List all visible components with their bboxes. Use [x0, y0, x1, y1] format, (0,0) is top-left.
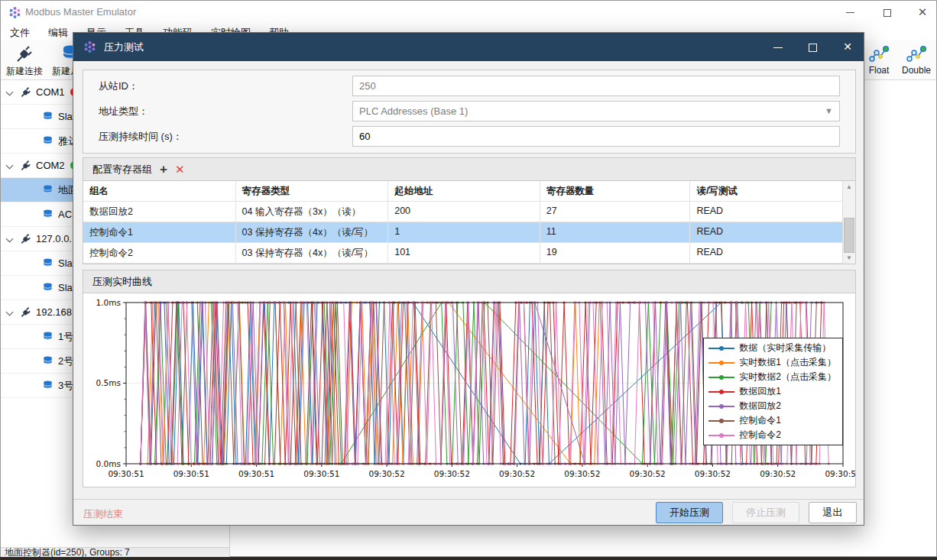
status-bar: 地面控制器(id=250), Groups: 7	[1, 547, 230, 558]
plug-icon	[20, 233, 31, 244]
scroll-up-icon[interactable]: ▲	[843, 181, 855, 193]
stop-test-button[interactable]: 停止压测	[732, 502, 799, 523]
window-maximize-button[interactable]	[874, 1, 900, 24]
dialog-close-button[interactable]: ✕	[832, 33, 863, 61]
table-row[interactable]: 控制命令2 03 保持寄存器（4x）（读/写） 101 19 READ	[83, 243, 842, 264]
menu-edit[interactable]: 编辑	[39, 24, 77, 42]
register-groups-title: 配置寄存器组	[92, 163, 152, 176]
test-status-text: 压测结束	[83, 507, 123, 521]
database-icon	[42, 257, 53, 269]
realtime-curve-panel: 压测实时曲线 09:30:5109:30:5109:30:5109:30:510…	[83, 270, 856, 487]
svg-text:09:30:52: 09:30:52	[369, 469, 405, 478]
plug-icon	[2, 44, 47, 65]
slave-id-label: 从站ID：	[99, 79, 138, 93]
table-header-row: 组名 寄存器类型 起始地址 寄存器数量 读/写测试	[83, 181, 842, 202]
chart-legend: 数据（实时采集传输） 实时数据1（点击采集） 实时数据2（点击采集） 数据回放1…	[703, 338, 843, 445]
legend-line-sample	[708, 345, 734, 352]
legend-item: 数据（实时采集传输）	[708, 341, 836, 355]
register-groups-table: 组名 寄存器类型 起始地址 寄存器数量 读/写测试 数据回放2 04 输入寄存器…	[83, 181, 842, 264]
legend-item: 控制命令1	[708, 413, 836, 428]
legend-label: 实时数据2（点击采集）	[739, 371, 836, 384]
svg-text:09:30:51: 09:30:51	[108, 469, 144, 478]
svg-text:09:30:52: 09:30:52	[825, 469, 855, 478]
legend-line-sample	[708, 403, 734, 410]
app-logo-icon	[8, 6, 21, 19]
add-group-button[interactable]: +	[160, 163, 167, 176]
delete-group-button[interactable]: ✕	[175, 163, 185, 175]
svg-text:1.0ms: 1.0ms	[96, 298, 121, 307]
chevron-down-icon[interactable]	[7, 309, 14, 316]
register-groups-panel: 配置寄存器组 + ✕ 组名 寄存器类型 起始地址 寄存器数量 读/写测试 数据回…	[83, 157, 856, 264]
svg-text:09:30:52: 09:30:52	[695, 469, 731, 478]
float-scatter-icon	[861, 44, 897, 65]
chevron-down-icon[interactable]	[7, 162, 14, 169]
exit-button[interactable]: 退出	[809, 502, 857, 523]
plug-icon	[20, 160, 31, 171]
database-icon	[42, 282, 53, 293]
svg-text:09:30:52: 09:30:52	[434, 469, 470, 478]
legend-line-sample	[708, 388, 734, 396]
legend-label: 数据回放2	[739, 400, 781, 413]
pressure-test-dialog: 压力测试 ✕ 从站ID： 地址类型： PLC Addresses (Base 1…	[73, 32, 864, 526]
window-close-button[interactable]: ✕	[909, 1, 935, 24]
double-plot-button[interactable]: Double	[896, 43, 936, 79]
svg-text:09:30:51: 09:30:51	[303, 469, 339, 478]
table-row-selected[interactable]: 控制命令1 03 保持寄存器（4x）（读/写） 1 11 READ	[83, 222, 842, 243]
start-test-button[interactable]: 开始压测	[656, 502, 723, 523]
legend-label: 数据回放1	[739, 385, 781, 398]
dialog-maximize-button[interactable]	[797, 33, 828, 61]
chart-area: 09:30:5109:30:5109:30:5109:30:5109:30:52…	[83, 293, 855, 487]
app-logo-icon	[83, 40, 96, 53]
footer-divider	[73, 499, 864, 500]
legend-item: 数据回放1	[708, 384, 836, 399]
database-icon	[42, 355, 53, 367]
slave-id-input[interactable]	[352, 76, 840, 96]
database-icon	[42, 380, 53, 391]
legend-item: 控制命令2	[708, 428, 836, 442]
legend-label: 数据（实时采集传输）	[739, 342, 831, 354]
test-config-form: 从站ID： 地址类型： PLC Addresses (Base 1) ▼ 压测持…	[83, 70, 856, 154]
database-icon	[42, 184, 53, 196]
database-icon	[42, 209, 53, 220]
legend-line-sample	[708, 432, 734, 439]
svg-text:09:30:51: 09:30:51	[173, 469, 209, 478]
table-row[interactable]: 数据回放2 04 输入寄存器（3x）（读） 200 27 READ	[83, 202, 842, 222]
legend-item: 数据回放2	[708, 399, 836, 413]
chevron-down-icon[interactable]	[7, 89, 14, 95]
chevron-down-icon[interactable]	[7, 235, 14, 242]
duration-label: 压测持续时间 (s)：	[99, 130, 183, 144]
scroll-down-icon[interactable]: ▼	[843, 252, 855, 264]
legend-label: 控制命令2	[739, 429, 781, 442]
new-connection-button[interactable]: 新建连接	[2, 43, 47, 79]
legend-label: 实时数据1（点击采集）	[739, 356, 836, 369]
svg-text:09:30:52: 09:30:52	[630, 469, 666, 478]
window-minimize-button[interactable]	[837, 1, 863, 24]
duration-input[interactable]	[352, 126, 840, 147]
legend-line-sample	[708, 359, 734, 367]
address-type-select[interactable]: PLC Addresses (Base 1) ▼	[352, 101, 840, 121]
double-scatter-icon	[896, 44, 936, 65]
database-icon	[42, 135, 53, 147]
svg-text:0.0ms: 0.0ms	[96, 459, 121, 468]
svg-text:09:30:51: 09:30:51	[238, 469, 274, 478]
plug-icon	[20, 306, 31, 318]
svg-text:09:30:52: 09:30:52	[499, 469, 535, 478]
legend-label: 控制命令1	[739, 414, 781, 427]
svg-text:09:30:52: 09:30:52	[760, 469, 796, 478]
desktop-edge	[0, 557, 937, 560]
dialog-titlebar[interactable]: 压力测试 ✕	[73, 33, 864, 61]
database-icon	[42, 111, 53, 122]
main-titlebar: Modbus Master Emulator ✕	[1, 1, 936, 24]
dialog-minimize-button[interactable]	[763, 33, 793, 61]
database-icon	[42, 331, 53, 342]
float-plot-button[interactable]: Float	[861, 43, 897, 79]
table-scrollbar[interactable]: ▲ ▼	[842, 181, 855, 264]
chevron-down-icon: ▼	[825, 102, 833, 121]
chart-panel-title: 压测实时曲线	[83, 270, 855, 293]
scrollbar-thumb[interactable]	[844, 218, 854, 253]
menu-file[interactable]: 文件	[1, 24, 39, 42]
dialog-title: 压力测试	[104, 40, 144, 54]
legend-item: 实时数据1（点击采集）	[708, 355, 836, 370]
legend-line-sample	[708, 417, 734, 425]
svg-text:09:30:52: 09:30:52	[564, 469, 600, 478]
